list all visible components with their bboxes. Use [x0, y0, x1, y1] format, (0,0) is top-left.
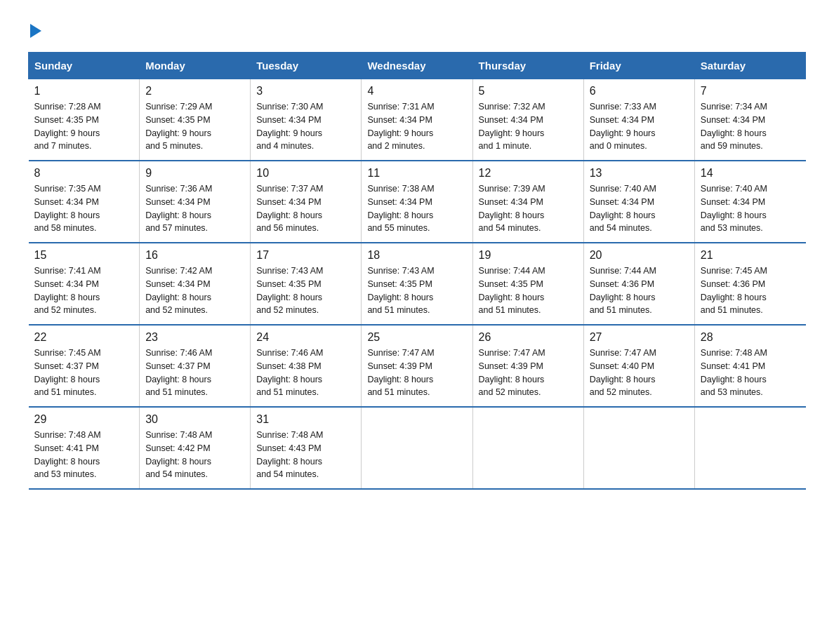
day-info: Sunrise: 7:40 AMSunset: 4:34 PMDaylight:… — [701, 182, 800, 235]
day-number: 17 — [256, 249, 355, 262]
day-number: 31 — [256, 413, 355, 426]
calendar-cell: 3Sunrise: 7:30 AMSunset: 4:34 PMDaylight… — [251, 79, 362, 161]
day-info: Sunrise: 7:48 AMSunset: 4:42 PMDaylight:… — [145, 429, 244, 481]
day-info: Sunrise: 7:46 AMSunset: 4:38 PMDaylight:… — [256, 347, 355, 399]
calendar-header-tuesday: Tuesday — [251, 53, 362, 79]
calendar-cell: 15Sunrise: 7:41 AMSunset: 4:34 PMDayligh… — [29, 243, 140, 325]
calendar-cell — [472, 407, 583, 489]
day-number: 12 — [479, 167, 578, 180]
calendar-cell: 9Sunrise: 7:36 AMSunset: 4:34 PMDaylight… — [140, 161, 251, 243]
day-number: 1 — [34, 85, 134, 98]
calendar-cell: 10Sunrise: 7:37 AMSunset: 4:34 PMDayligh… — [251, 161, 362, 243]
day-info: Sunrise: 7:34 AMSunset: 4:34 PMDaylight:… — [701, 100, 800, 153]
day-number: 16 — [145, 249, 244, 262]
calendar-week-row: 8Sunrise: 7:35 AMSunset: 4:34 PMDaylight… — [29, 161, 806, 243]
day-number: 3 — [256, 85, 355, 98]
day-number: 20 — [590, 249, 689, 262]
day-number: 23 — [145, 331, 244, 344]
calendar-week-row: 1Sunrise: 7:28 AMSunset: 4:35 PMDaylight… — [29, 79, 806, 161]
calendar-header-saturday: Saturday — [694, 53, 805, 79]
calendar-week-row: 22Sunrise: 7:45 AMSunset: 4:37 PMDayligh… — [29, 325, 806, 407]
day-info: Sunrise: 7:30 AMSunset: 4:34 PMDaylight:… — [256, 100, 355, 153]
day-number: 7 — [701, 85, 800, 98]
calendar-header-friday: Friday — [583, 53, 694, 79]
calendar-header-thursday: Thursday — [472, 53, 583, 79]
day-info: Sunrise: 7:31 AMSunset: 4:34 PMDaylight:… — [367, 100, 466, 153]
day-number: 5 — [479, 85, 578, 98]
day-number: 11 — [367, 167, 466, 180]
calendar-cell — [694, 407, 805, 489]
calendar-cell: 11Sunrise: 7:38 AMSunset: 4:34 PMDayligh… — [362, 161, 472, 243]
day-number: 14 — [701, 167, 800, 180]
day-number: 4 — [367, 85, 466, 98]
calendar-cell: 26Sunrise: 7:47 AMSunset: 4:39 PMDayligh… — [472, 325, 583, 407]
day-info: Sunrise: 7:48 AMSunset: 4:41 PMDaylight:… — [701, 347, 800, 399]
day-number: 28 — [701, 331, 800, 344]
calendar-cell: 28Sunrise: 7:48 AMSunset: 4:41 PMDayligh… — [694, 325, 805, 407]
day-number: 13 — [590, 167, 689, 180]
day-info: Sunrise: 7:38 AMSunset: 4:34 PMDaylight:… — [367, 182, 466, 235]
calendar-cell: 5Sunrise: 7:32 AMSunset: 4:34 PMDaylight… — [472, 79, 583, 161]
calendar-cell: 6Sunrise: 7:33 AMSunset: 4:34 PMDaylight… — [583, 79, 694, 161]
day-info: Sunrise: 7:47 AMSunset: 4:39 PMDaylight:… — [367, 347, 466, 399]
calendar-cell: 24Sunrise: 7:46 AMSunset: 4:38 PMDayligh… — [251, 325, 362, 407]
day-info: Sunrise: 7:48 AMSunset: 4:43 PMDaylight:… — [256, 429, 355, 481]
day-info: Sunrise: 7:29 AMSunset: 4:35 PMDaylight:… — [145, 100, 244, 153]
calendar-cell: 17Sunrise: 7:43 AMSunset: 4:35 PMDayligh… — [251, 243, 362, 325]
calendar-cell: 16Sunrise: 7:42 AMSunset: 4:34 PMDayligh… — [140, 243, 251, 325]
calendar-cell: 12Sunrise: 7:39 AMSunset: 4:34 PMDayligh… — [472, 161, 583, 243]
page-header — [28, 21, 806, 38]
calendar-cell: 13Sunrise: 7:40 AMSunset: 4:34 PMDayligh… — [583, 161, 694, 243]
day-info: Sunrise: 7:46 AMSunset: 4:37 PMDaylight:… — [145, 347, 244, 399]
calendar-cell: 22Sunrise: 7:45 AMSunset: 4:37 PMDayligh… — [29, 325, 140, 407]
day-info: Sunrise: 7:45 AMSunset: 4:36 PMDaylight:… — [701, 264, 800, 317]
day-info: Sunrise: 7:40 AMSunset: 4:34 PMDaylight:… — [590, 182, 689, 235]
day-info: Sunrise: 7:44 AMSunset: 4:35 PMDaylight:… — [479, 264, 578, 317]
logo — [28, 21, 41, 38]
calendar-cell: 30Sunrise: 7:48 AMSunset: 4:42 PMDayligh… — [140, 407, 251, 489]
day-number: 26 — [479, 331, 578, 344]
calendar-header-row: SundayMondayTuesdayWednesdayThursdayFrid… — [29, 53, 806, 79]
day-info: Sunrise: 7:36 AMSunset: 4:34 PMDaylight:… — [145, 182, 244, 235]
day-number: 25 — [367, 331, 466, 344]
day-number: 8 — [34, 167, 134, 180]
day-number: 2 — [145, 85, 244, 98]
day-info: Sunrise: 7:47 AMSunset: 4:40 PMDaylight:… — [590, 347, 689, 399]
calendar-cell: 19Sunrise: 7:44 AMSunset: 4:35 PMDayligh… — [472, 243, 583, 325]
calendar-cell: 21Sunrise: 7:45 AMSunset: 4:36 PMDayligh… — [694, 243, 805, 325]
calendar-cell: 31Sunrise: 7:48 AMSunset: 4:43 PMDayligh… — [251, 407, 362, 489]
day-number: 30 — [145, 413, 244, 426]
day-number: 6 — [590, 85, 689, 98]
day-number: 19 — [479, 249, 578, 262]
day-info: Sunrise: 7:33 AMSunset: 4:34 PMDaylight:… — [590, 100, 689, 153]
day-info: Sunrise: 7:35 AMSunset: 4:34 PMDaylight:… — [34, 182, 134, 235]
calendar-cell: 27Sunrise: 7:47 AMSunset: 4:40 PMDayligh… — [583, 325, 694, 407]
calendar-week-row: 15Sunrise: 7:41 AMSunset: 4:34 PMDayligh… — [29, 243, 806, 325]
day-number: 18 — [367, 249, 466, 262]
calendar-cell: 14Sunrise: 7:40 AMSunset: 4:34 PMDayligh… — [694, 161, 805, 243]
calendar-cell: 2Sunrise: 7:29 AMSunset: 4:35 PMDaylight… — [140, 79, 251, 161]
day-info: Sunrise: 7:32 AMSunset: 4:34 PMDaylight:… — [479, 100, 578, 153]
calendar-week-row: 29Sunrise: 7:48 AMSunset: 4:41 PMDayligh… — [29, 407, 806, 489]
calendar-header-sunday: Sunday — [29, 53, 140, 79]
calendar-table: SundayMondayTuesdayWednesdayThursdayFrid… — [28, 52, 806, 490]
day-info: Sunrise: 7:39 AMSunset: 4:34 PMDaylight:… — [479, 182, 578, 235]
calendar-cell: 4Sunrise: 7:31 AMSunset: 4:34 PMDaylight… — [362, 79, 472, 161]
calendar-cell: 20Sunrise: 7:44 AMSunset: 4:36 PMDayligh… — [583, 243, 694, 325]
day-info: Sunrise: 7:43 AMSunset: 4:35 PMDaylight:… — [256, 264, 355, 317]
day-info: Sunrise: 7:28 AMSunset: 4:35 PMDaylight:… — [34, 100, 134, 153]
calendar-cell: 18Sunrise: 7:43 AMSunset: 4:35 PMDayligh… — [362, 243, 472, 325]
day-number: 9 — [145, 167, 244, 180]
calendar-cell: 7Sunrise: 7:34 AMSunset: 4:34 PMDaylight… — [694, 79, 805, 161]
calendar-cell: 25Sunrise: 7:47 AMSunset: 4:39 PMDayligh… — [362, 325, 472, 407]
calendar-cell: 8Sunrise: 7:35 AMSunset: 4:34 PMDaylight… — [29, 161, 140, 243]
calendar-cell — [362, 407, 472, 489]
day-number: 29 — [34, 413, 134, 426]
day-number: 24 — [256, 331, 355, 344]
day-info: Sunrise: 7:45 AMSunset: 4:37 PMDaylight:… — [34, 347, 134, 399]
day-number: 15 — [34, 249, 134, 262]
day-number: 27 — [590, 331, 689, 344]
day-info: Sunrise: 7:41 AMSunset: 4:34 PMDaylight:… — [34, 264, 134, 317]
day-info: Sunrise: 7:44 AMSunset: 4:36 PMDaylight:… — [590, 264, 689, 317]
calendar-cell — [583, 407, 694, 489]
